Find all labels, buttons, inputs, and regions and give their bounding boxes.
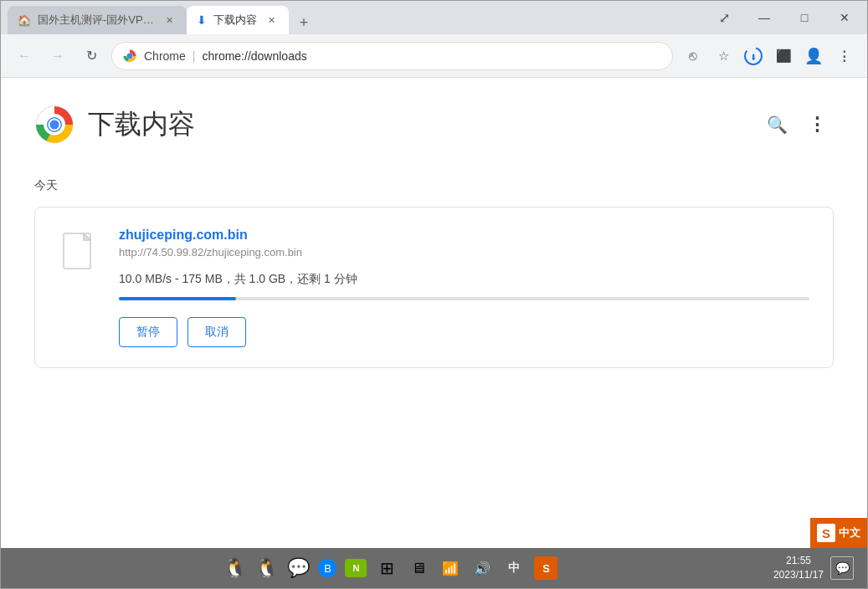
taskbar-icon-qq2[interactable]: 🐧 xyxy=(254,556,278,580)
taskbar-icon-wechat[interactable]: 💬 xyxy=(286,556,310,580)
taskbar-icon-bluetooth[interactable]: B xyxy=(318,559,336,577)
header-actions: 🔍 ⋮ xyxy=(760,108,834,141)
titlebar: 🏠 国外主机测评-国外VPS， ✕ ⬇ 下载内容 ✕ + ⤢ — □ ✕ xyxy=(1,1,867,34)
address-bar[interactable]: Chrome | chrome://downloads xyxy=(111,42,673,70)
date-display: 2023/11/17 xyxy=(773,568,824,582)
tab-1-close[interactable]: ✕ xyxy=(162,13,177,28)
menu-icon[interactable]: ⋮ xyxy=(830,43,857,69)
profile-icon[interactable]: 👤 xyxy=(800,43,827,69)
toolbar-right: ⎋ ☆ ⬇ ⬛ 👤 ⋮ xyxy=(680,43,857,69)
sogou-mode-text: 中文 xyxy=(839,525,860,540)
progress-fill xyxy=(119,297,236,300)
taskbar-icon-sogou[interactable]: S xyxy=(534,556,557,580)
titlebar-actions: ⤢ — □ ✕ xyxy=(705,4,867,31)
taskbar: 🐧 🐧 💬 B N ⊞ 🖥 📶 🔊 中 S 21:55 2023/11/17 💬 xyxy=(1,548,867,588)
tab-1[interactable]: 🏠 国外主机测评-国外VPS， ✕ xyxy=(8,6,187,34)
browser-name: Chrome xyxy=(144,49,186,63)
taskbar-icon-wifi[interactable]: 📶 xyxy=(439,556,462,580)
sogou-indicator[interactable]: S 中文 xyxy=(810,518,867,548)
share-icon[interactable]: ⎋ xyxy=(680,43,706,69)
svg-point-1 xyxy=(127,53,133,59)
taskbar-icon-screen[interactable]: 🖥 xyxy=(407,556,430,580)
taskbar-icon-volume[interactable]: 🔊 xyxy=(470,556,494,580)
chrome-logo xyxy=(34,105,74,145)
address-separator: | xyxy=(193,49,196,63)
time-display: 21:55 xyxy=(773,554,824,568)
file-url: http://74.50.99.82/zhujiceping.com.bin xyxy=(119,246,809,259)
bookmark-icon[interactable]: ☆ xyxy=(710,43,737,69)
clock: 21:55 2023/11/17 xyxy=(773,554,824,582)
file-icon xyxy=(59,228,102,281)
section-today: 今天 xyxy=(34,178,834,193)
page-title: 下载内容 xyxy=(88,106,195,143)
svg-point-7 xyxy=(50,120,59,130)
download-status-icon[interactable]: ⬇ xyxy=(740,43,767,69)
tab-2-favicon: ⬇ xyxy=(197,13,207,27)
new-tab-button[interactable]: + xyxy=(292,11,316,34)
forward-button[interactable]: → xyxy=(44,43,71,69)
tab-1-label: 国外主机测评-国外VPS， xyxy=(38,13,155,28)
extension-icon[interactable]: ⬛ xyxy=(770,43,797,69)
taskbar-right: 21:55 2023/11/17 💬 xyxy=(773,554,854,582)
tab-2[interactable]: ⬇ 下载内容 ✕ xyxy=(187,6,289,34)
close-button[interactable]: ✕ xyxy=(825,4,864,31)
pause-button[interactable]: 暂停 xyxy=(119,317,177,347)
browser-window: 🏠 国外主机测评-国外VPS， ✕ ⬇ 下载内容 ✕ + ⤢ — □ ✕ ← →… xyxy=(0,0,868,589)
svg-text:⬇: ⬇ xyxy=(750,53,757,62)
file-name: zhujiceping.com.bin xyxy=(119,228,809,243)
restore-button[interactable]: ⤢ xyxy=(705,4,743,31)
tab-2-label: 下载内容 xyxy=(213,13,257,28)
taskbar-icon-nvidia[interactable]: N xyxy=(345,559,367,577)
maximize-button[interactable]: □ xyxy=(785,4,824,31)
more-options-button[interactable]: ⋮ xyxy=(800,108,834,141)
downloads-page: zhujiceping.com 下载内容 🔍 ⋮ xyxy=(1,78,867,548)
address-url: chrome://downloads xyxy=(202,49,306,63)
progress-bar xyxy=(119,297,809,300)
download-actions: 暂停 取消 xyxy=(119,317,809,347)
toolbar: ← → ↻ Chrome | chrome://downloads ⎋ ☆ ⬇ xyxy=(1,34,867,78)
cancel-button[interactable]: 取消 xyxy=(187,317,246,347)
download-info: zhujiceping.com.bin http://74.50.99.82/z… xyxy=(119,228,809,347)
search-button[interactable]: 🔍 xyxy=(760,108,794,141)
sogou-s-icon: S xyxy=(817,524,835,542)
taskbar-icon-qq1[interactable]: 🐧 xyxy=(223,556,246,580)
download-item: zhujiceping.com.bin http://74.50.99.82/z… xyxy=(34,207,834,368)
download-status: 10.0 MB/s - 175 MB，共 1.0 GB，还剩 1 分钟 xyxy=(119,272,809,287)
chrome-icon xyxy=(122,49,137,64)
tab-1-favicon: 🏠 xyxy=(18,14,31,27)
taskbar-icons: 🐧 🐧 💬 B N ⊞ 🖥 📶 🔊 中 S xyxy=(223,556,557,580)
back-button[interactable]: ← xyxy=(11,43,38,69)
refresh-button[interactable]: ↻ xyxy=(78,43,105,69)
taskbar-icon-grid[interactable]: ⊞ xyxy=(375,556,398,580)
taskbar-chat-button[interactable]: 💬 xyxy=(830,556,854,580)
tab-group: 🏠 国外主机测评-国外VPS， ✕ ⬇ 下载内容 ✕ + xyxy=(1,1,316,34)
tab-2-close[interactable]: ✕ xyxy=(264,13,279,28)
page-header: 下载内容 🔍 ⋮ xyxy=(34,105,834,145)
taskbar-icon-ime[interactable]: 中 xyxy=(502,556,526,580)
minimize-button[interactable]: — xyxy=(745,4,783,31)
